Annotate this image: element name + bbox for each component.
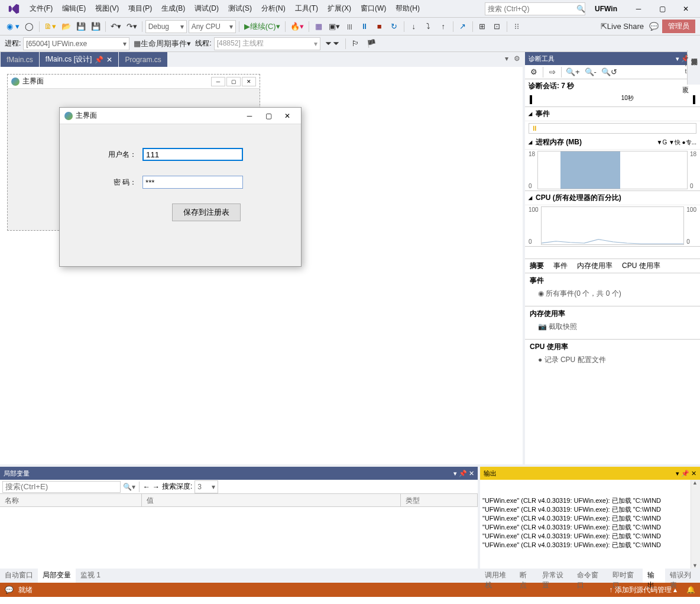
memory-chart[interactable]: 180 180 (525, 150, 700, 191)
window-maximize[interactable]: ▢ (650, 2, 674, 15)
hot-reload-button[interactable]: 🔥▾ (289, 20, 306, 33)
running-form[interactable]: 主界面 ─ ▢ ✕ 用户名： 密 码： (59, 107, 302, 267)
menu-project[interactable]: 项目(P) (124, 1, 157, 16)
events-section-header[interactable]: 事件 (525, 107, 700, 121)
step-into-button[interactable]: ↓ (407, 20, 420, 33)
stack-frame-button[interactable]: ⏷⏷ (323, 37, 342, 50)
username-input[interactable] (142, 148, 243, 161)
tab-autos[interactable]: 自动窗口 (0, 569, 38, 583)
tab-settings-icon[interactable]: ⚙ (514, 54, 520, 63)
quick-search-box[interactable]: 🔍 (485, 2, 585, 15)
menu-test[interactable]: 测试(S) (223, 1, 257, 16)
tab-program-cs[interactable]: Program.cs (119, 52, 167, 67)
locals-col-name[interactable]: 名称 (0, 494, 142, 506)
zoom-out-icon[interactable]: 🔍- (583, 66, 598, 79)
diag-tab-events[interactable]: 事件 (549, 259, 572, 273)
form-minimize-button[interactable]: ─ (241, 109, 258, 122)
tb-icon-2[interactable]: ▣▾ (327, 20, 342, 33)
stop-button[interactable]: ■ (373, 20, 386, 33)
menu-help[interactable]: 帮助(H) (391, 1, 424, 16)
solution-explorer-tab[interactable]: 解决方案资源管理器 (690, 53, 699, 76)
zoom-reset-icon[interactable]: 🔍↺ (599, 66, 619, 79)
tb-icon-4[interactable]: ↗ (456, 20, 469, 33)
diag-export-icon[interactable]: ⇨ (546, 66, 559, 79)
feedback-button[interactable]: 💬 (647, 20, 660, 33)
designer-surface[interactable]: 主界面 ─ ▢ ✕ 主界面 ─ ▢ ✕ (0, 67, 523, 464)
config-combo[interactable]: Debug▾ (145, 20, 187, 33)
panel-close-icon[interactable]: ✕ (469, 470, 474, 477)
search-depth-combo[interactable]: 3▾ (195, 480, 218, 493)
nav-next-icon[interactable]: → (153, 483, 160, 491)
nav-back-button[interactable]: ◉ ▾ (5, 20, 21, 33)
pin-icon[interactable]: 📌 (95, 56, 103, 64)
window-close[interactable]: ✕ (674, 2, 698, 15)
memory-section-header[interactable]: 进程内存 (MB) ▼G ▼快 ●专... (525, 135, 700, 150)
tab-watch1[interactable]: 监视 1 (76, 569, 105, 583)
notifications-icon[interactable]: 🔔 (686, 586, 695, 594)
diag-tab-summary[interactable]: 摘要 (525, 259, 549, 273)
menu-edit[interactable]: 编辑(E) (57, 1, 90, 16)
locals-col-value[interactable]: 值 (142, 494, 401, 506)
diag-settings-icon[interactable]: ⚙ (527, 66, 540, 79)
tb-icon-1[interactable]: ▦ (312, 20, 325, 33)
tb-icon-5[interactable]: ⊞ (476, 20, 489, 33)
save-all-button[interactable]: 💾 (89, 20, 102, 33)
window-minimize[interactable]: ─ (627, 2, 650, 15)
panel-pin-icon[interactable]: 📌 (459, 470, 467, 477)
panel-dropdown-icon[interactable]: ▾ (676, 470, 679, 477)
nav-prev-icon[interactable]: ← (143, 483, 150, 491)
continue-button[interactable]: ▶ 继续(C) ▾ (242, 20, 282, 33)
tab-output[interactable]: 输出 (643, 569, 665, 583)
menu-debug[interactable]: 调试(D) (190, 1, 223, 16)
close-tab-icon[interactable]: ✕ (106, 56, 112, 64)
redo-button[interactable]: ↷▾ (125, 20, 139, 33)
summary-events-link[interactable]: ◉ 所有事件(0 个，共 0 个) (530, 288, 695, 303)
panel-close-icon[interactable]: ✕ (691, 470, 696, 477)
tab-breakpoints[interactable]: 断点 (515, 569, 537, 583)
output-text[interactable]: "UFWin.exe" (CLR v4.0.30319: UFWin.exe):… (480, 480, 700, 569)
locals-grid-body[interactable] (0, 507, 478, 569)
tb-icon-6[interactable]: ⊡ (491, 20, 504, 33)
summary-snapshot-link[interactable]: 📷 截取快照 (530, 321, 695, 337)
lifecycle-button[interactable]: ▦ 生命周期事件 ▾ (132, 37, 193, 50)
tab-immediate[interactable]: 即时窗口 (608, 569, 643, 583)
step-out-button[interactable]: ↑ (437, 20, 450, 33)
scrollbar[interactable] (691, 480, 700, 569)
form-maximize-button[interactable]: ▢ (260, 109, 277, 122)
locals-search-input[interactable] (2, 481, 121, 493)
process-combo[interactable]: [65004] UFWin.exe▾ (23, 37, 129, 50)
nav-forward-button[interactable]: ◯ (23, 20, 36, 33)
panel-pin-icon[interactable]: 📌 (681, 470, 689, 477)
panel-dropdown-icon[interactable]: ▾ (676, 55, 679, 63)
menu-tools[interactable]: 工具(T) (290, 1, 323, 16)
pause-button[interactable]: ⏸ (358, 20, 371, 33)
form-close-button[interactable]: ✕ (278, 109, 296, 122)
save-registry-button[interactable]: 保存到注册表 (172, 204, 241, 221)
cpu-section-header[interactable]: CPU (所有处理器的百分比) (525, 191, 700, 205)
diagnostic-timeline[interactable]: 10秒 (525, 93, 700, 107)
menu-analyze[interactable]: 分析(N) (257, 1, 290, 16)
new-project-button[interactable]: 🗎▾ (43, 20, 58, 33)
menu-window[interactable]: 窗口(W) (356, 1, 391, 16)
tab-locals[interactable]: 局部变量 (38, 569, 76, 583)
source-control-button[interactable]: ↑ 添加到源代码管理 ▴ (609, 585, 677, 595)
tab-dropdown-icon[interactable]: ▾ (505, 54, 508, 63)
tab-errorlist[interactable]: 错误列表 (665, 569, 700, 583)
flag-icon[interactable]: 🏳 (349, 37, 362, 50)
open-button[interactable]: 📂 (60, 20, 73, 33)
tab-fmain-cs[interactable]: fMain.cs (1, 52, 39, 67)
password-input[interactable] (142, 176, 243, 189)
quick-search-input[interactable] (488, 5, 576, 13)
diag-tab-cpu[interactable]: CPU 使用率 (617, 259, 665, 273)
tab-callstack[interactable]: 调用堆栈 (480, 569, 515, 583)
tab-command[interactable]: 命令窗口 (572, 569, 607, 583)
tb-icon-7[interactable]: ⁝⁝ (510, 20, 523, 33)
panel-dropdown-icon[interactable]: ▾ (453, 470, 457, 477)
save-button[interactable]: 💾 (74, 20, 88, 33)
thread-combo[interactable]: [48852] 主线程▾ (214, 37, 320, 50)
zoom-in-icon[interactable]: 🔍+ (564, 66, 582, 79)
flag2-icon[interactable]: 🏴 (365, 37, 378, 50)
menu-file[interactable]: 文件(F) (25, 1, 57, 16)
tab-exceptions[interactable]: 异常设置 (537, 569, 572, 583)
diag-tab-memory[interactable]: 内存使用率 (572, 259, 617, 273)
